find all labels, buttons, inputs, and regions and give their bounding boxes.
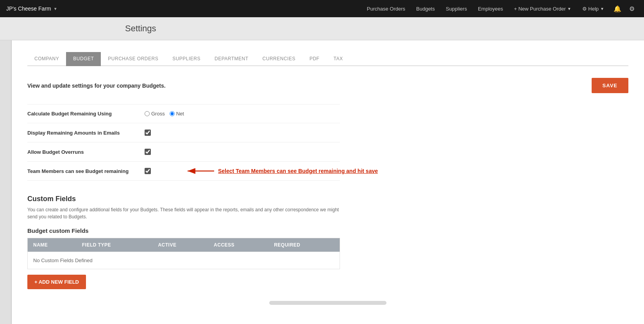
budget-custom-fields-title: Budget custom Fields — [27, 227, 340, 234]
display-remaining-row: Display Remaining Amounts in Emails — [27, 123, 340, 142]
custom-fields-section: Custom Fields You can create and configu… — [27, 195, 340, 289]
tab-tax[interactable]: TAX — [326, 52, 350, 66]
gear-icon[interactable]: ⚙ — [626, 3, 638, 15]
add-new-field-button[interactable]: + ADD NEW FIELD — [27, 275, 86, 289]
allow-overruns-label: Allow Budget Overruns — [27, 149, 145, 155]
tab-pdf[interactable]: PDF — [302, 52, 327, 66]
tab-suppliers[interactable]: SUPPLIERS — [165, 52, 208, 66]
radio-net-label: Net — [176, 111, 184, 117]
annotation-text: Select Team Members can see Budget remai… — [218, 168, 378, 174]
col-header-name: NAME — [28, 238, 77, 252]
scrollbar-area[interactable] — [269, 301, 386, 305]
save-button[interactable]: SAVE — [592, 78, 628, 93]
new-po-dropdown-arrow[interactable]: ▼ — [567, 7, 571, 11]
settings-header: View and update settings for your compan… — [27, 78, 628, 93]
calculate-budget-label: Calculate Budget Remaining Using — [27, 111, 145, 117]
company-dropdown-arrow[interactable]: ▼ — [54, 7, 57, 11]
team-members-checkbox[interactable] — [145, 168, 151, 174]
tab-currencies[interactable]: CURRENCIES — [256, 52, 302, 66]
sidebar — [0, 40, 12, 324]
radio-group-gross-net: Gross Net — [145, 111, 184, 117]
radio-gross-option[interactable]: Gross — [145, 111, 165, 117]
top-navigation: JP's Cheese Farm ▼ Purchase Orders Budge… — [0, 0, 644, 17]
budget-form-section: Calculate Budget Remaining Using Gross N… — [27, 104, 340, 181]
help-dropdown-arrow[interactable]: ▼ — [600, 7, 604, 11]
empty-table-message: No Custom Fields Defined — [28, 252, 340, 269]
page-title: Settings — [125, 23, 644, 34]
settings-description: View and update settings for your compan… — [27, 83, 166, 89]
display-remaining-label: Display Remaining Amounts in Emails — [27, 130, 145, 136]
tab-department[interactable]: DEPARTMENT — [208, 52, 256, 66]
custom-fields-table: NAME FIELD TYPE ACTIVE ACCESS REQUIRED N… — [27, 238, 340, 269]
tab-company[interactable]: COMPANY — [27, 52, 66, 66]
allow-overruns-checkbox[interactable] — [145, 149, 151, 155]
table-header-row: NAME FIELD TYPE ACTIVE ACCESS REQUIRED — [28, 238, 340, 252]
annotation-arrow-svg — [184, 165, 215, 177]
top-nav-links: Purchase Orders Budgets Suppliers Employ… — [362, 3, 638, 15]
team-members-row: Team Members can see Budget remaining — [27, 162, 340, 181]
budgets-nav-link[interactable]: Budgets — [411, 4, 440, 14]
employees-nav-link[interactable]: Employees — [473, 4, 508, 14]
custom-fields-description: You can create and configure additional … — [27, 206, 340, 220]
team-members-label: Team Members can see Budget remaining — [27, 168, 145, 174]
allow-overruns-row: Allow Budget Overruns — [27, 142, 340, 162]
col-header-required: REQUIRED — [268, 238, 340, 252]
settings-tabs: COMPANY BUDGET PURCHASE ORDERS SUPPLIERS… — [27, 52, 628, 66]
display-remaining-control — [145, 130, 151, 136]
calculate-budget-row: Calculate Budget Remaining Using Gross N… — [27, 104, 340, 123]
main-layout: COMPANY BUDGET PURCHASE ORDERS SUPPLIERS… — [0, 40, 644, 324]
calculate-budget-control: Gross Net — [145, 111, 184, 117]
company-name: JP's Cheese Farm — [6, 5, 51, 12]
radio-net-option[interactable]: Net — [170, 111, 184, 117]
new-purchase-order-nav-link[interactable]: + New Purchase Order ▼ — [509, 4, 576, 14]
purchase-orders-nav-link[interactable]: Purchase Orders — [362, 4, 410, 14]
radio-gross-label: Gross — [151, 111, 165, 117]
display-remaining-checkbox[interactable] — [145, 130, 151, 136]
content-area: COMPANY BUDGET PURCHASE ORDERS SUPPLIERS… — [12, 40, 644, 324]
radio-net-input[interactable] — [170, 111, 175, 116]
help-nav-link[interactable]: ⚙ Help ▼ — [578, 4, 609, 14]
tab-purchase-orders[interactable]: PURCHASE ORDERS — [101, 52, 165, 66]
allow-overruns-control — [145, 149, 151, 155]
col-header-active: ACTIVE — [152, 238, 208, 252]
custom-fields-title: Custom Fields — [27, 195, 340, 203]
page-header: Settings — [0, 17, 644, 40]
empty-table-row: No Custom Fields Defined — [28, 252, 340, 269]
radio-gross-input[interactable] — [145, 111, 150, 116]
annotation-area: Select Team Members can see Budget remai… — [184, 165, 378, 177]
company-name-area[interactable]: JP's Cheese Farm ▼ — [6, 5, 57, 12]
suppliers-nav-link[interactable]: Suppliers — [441, 4, 472, 14]
bell-icon[interactable]: 🔔 — [610, 3, 624, 15]
col-header-field-type: FIELD TYPE — [77, 238, 153, 252]
team-members-control — [145, 168, 151, 174]
col-header-access: ACCESS — [208, 238, 268, 252]
tab-budget[interactable]: BUDGET — [66, 52, 101, 66]
